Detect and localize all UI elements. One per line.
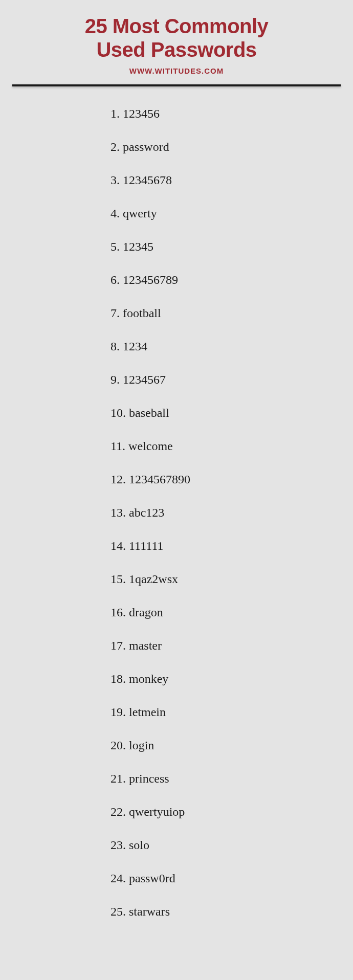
item-text: 111111: [129, 539, 164, 553]
item-number: 8.: [111, 340, 120, 353]
item-number: 3.: [111, 173, 120, 187]
item-number: 23.: [111, 838, 126, 852]
item-text: qwertyuiop: [129, 805, 185, 819]
list-item: 10.baseball: [111, 406, 353, 420]
list-item: 22.qwertyuiop: [111, 805, 353, 819]
item-number: 18.: [111, 672, 126, 686]
item-text: passw0rd: [129, 872, 175, 885]
list-item: 9.1234567: [111, 373, 353, 387]
list-item: 7.football: [111, 306, 353, 320]
item-number: 21.: [111, 772, 126, 786]
list-item: 23.solo: [111, 838, 353, 852]
item-text: login: [129, 739, 154, 752]
item-text: 123456789: [123, 273, 178, 287]
item-number: 25.: [111, 905, 126, 919]
item-number: 2.: [111, 140, 120, 154]
item-text: 1234567890: [129, 473, 190, 486]
list-item: 3.12345678: [111, 173, 353, 187]
item-number: 1.: [111, 107, 120, 121]
item-text: baseball: [129, 406, 169, 420]
list-item: 2.password: [111, 140, 353, 154]
item-number: 20.: [111, 739, 126, 752]
item-text: 1234567: [123, 373, 166, 387]
item-text: 1qaz2wsx: [129, 572, 178, 586]
item-text: solo: [129, 838, 149, 852]
list-item: 13.abc123: [111, 506, 353, 520]
item-text: starwars: [129, 905, 170, 919]
item-text: letmein: [129, 705, 166, 719]
item-number: 9.: [111, 373, 120, 387]
list-item: 8.1234: [111, 340, 353, 353]
item-number: 15.: [111, 572, 126, 586]
item-number: 11.: [111, 439, 125, 453]
password-list: 1.1234562.password3.123456784.qwerty5.12…: [0, 107, 353, 919]
item-number: 22.: [111, 805, 126, 819]
item-text: qwerty: [123, 207, 157, 220]
list-item: 24.passw0rd: [111, 872, 353, 885]
list-item: 6.123456789: [111, 273, 353, 287]
item-number: 12.: [111, 473, 126, 486]
item-number: 17.: [111, 639, 126, 653]
item-number: 6.: [111, 273, 120, 287]
list-item: 11.welcome: [111, 439, 353, 453]
item-text: 12345678: [123, 173, 172, 187]
item-number: 19.: [111, 705, 126, 719]
list-item: 15.1qaz2wsx: [111, 572, 353, 586]
item-number: 16.: [111, 606, 126, 619]
item-text: welcome: [128, 439, 173, 453]
item-text: 1234: [123, 340, 147, 353]
item-number: 10.: [111, 406, 126, 420]
divider: [12, 84, 341, 86]
item-text: 12345: [123, 240, 153, 254]
header: 25 Most Commonly Used Passwords WWW.WITI…: [0, 0, 353, 75]
list-item: 5.12345: [111, 240, 353, 254]
list-item: 18.monkey: [111, 672, 353, 686]
item-text: princess: [129, 772, 169, 786]
item-text: password: [123, 140, 169, 154]
list-item: 14.111111: [111, 539, 353, 553]
item-text: master: [129, 639, 162, 653]
list-item: 1.123456: [111, 107, 353, 121]
site-url: WWW.WITITUDES.COM: [0, 66, 353, 75]
item-number: 24.: [111, 872, 126, 885]
item-number: 4.: [111, 207, 120, 220]
item-text: 123456: [123, 107, 160, 121]
item-text: football: [123, 306, 161, 320]
list-item: 25.starwars: [111, 905, 353, 919]
page-title: 25 Most Commonly Used Passwords: [0, 14, 353, 61]
item-number: 13.: [111, 506, 126, 520]
item-number: 7.: [111, 306, 120, 320]
list-item: 17.master: [111, 639, 353, 653]
item-text: monkey: [129, 672, 168, 686]
item-text: abc123: [129, 506, 164, 520]
list-item: 16.dragon: [111, 606, 353, 619]
item-number: 5.: [111, 240, 120, 254]
list-item: 12.1234567890: [111, 473, 353, 486]
list-item: 19.letmein: [111, 705, 353, 719]
list-item: 21.princess: [111, 772, 353, 786]
list-item: 20.login: [111, 739, 353, 752]
item-number: 14.: [111, 539, 126, 553]
item-text: dragon: [129, 606, 163, 619]
title-line-2: Used Passwords: [0, 38, 353, 61]
list-item: 4.qwerty: [111, 207, 353, 220]
title-line-1: 25 Most Commonly: [0, 14, 353, 38]
